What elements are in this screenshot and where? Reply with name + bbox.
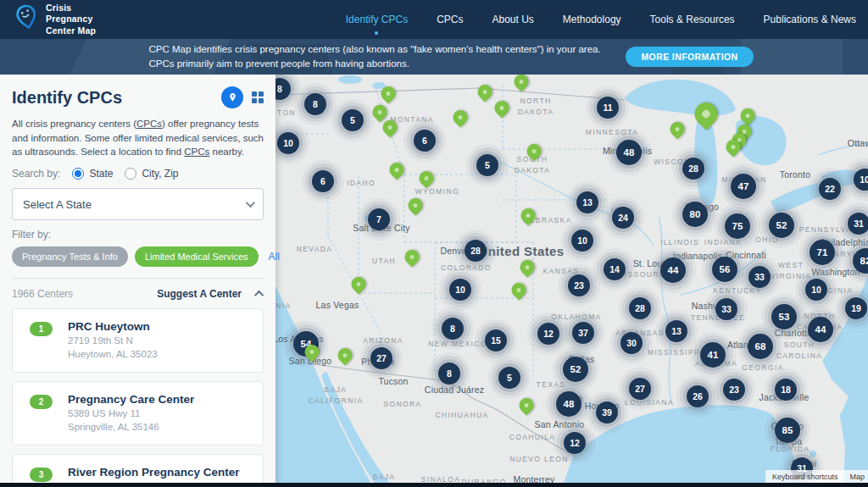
cluster-marker[interactable]: 24 <box>612 207 634 229</box>
radio-city-zip[interactable]: City, Zip <box>125 168 178 180</box>
cluster-marker[interactable]: 23 <box>568 274 590 296</box>
results-count: 1966 Centers <box>12 288 157 300</box>
cluster-marker[interactable]: 18 <box>775 379 797 401</box>
panel-title: Identify CPCs <box>12 88 122 108</box>
cluster-marker[interactable]: 7 <box>368 208 390 230</box>
map[interactable]: WASHINGTONMONTANAIDAHONORTH DAKOTASOUTH … <box>275 75 868 487</box>
nav-publications-news[interactable]: Publications & News <box>764 10 856 29</box>
cluster-marker[interactable]: 5 <box>498 367 520 389</box>
cluster-marker[interactable]: 52 <box>769 213 794 238</box>
cluster-marker[interactable]: 37 <box>572 322 594 344</box>
cluster-marker[interactable]: 28 <box>682 158 704 180</box>
main-nav: Identify CPCsCPCsAbout UsMethodologyTool… <box>346 10 856 29</box>
active-nav-dot <box>375 31 378 35</box>
filter-pregnancy-tests-pill[interactable]: Pregnancy Tests & Info <box>12 246 128 267</box>
cluster-marker[interactable]: 8 <box>442 318 464 340</box>
nav-cpcs[interactable]: CPCs <box>437 10 463 29</box>
nav-label: Publications & News <box>764 14 856 25</box>
logo[interactable]: Crisis Pregnancy Center Map <box>15 3 96 37</box>
filter-all-link[interactable]: All <box>269 251 280 263</box>
center-card[interactable]: 1PRC Hueytown2719 19th St NHueytown, AL … <box>12 308 264 373</box>
cluster-marker[interactable]: 26 <box>687 385 709 407</box>
center-number-badge: 2 <box>30 395 53 409</box>
radio-state[interactable]: State <box>72 168 113 180</box>
nav-identify-cpcs[interactable]: Identify CPCs <box>346 10 408 29</box>
cluster-marker[interactable]: 28 <box>629 297 651 319</box>
cluster-marker[interactable]: 14 <box>604 258 626 280</box>
sidebar-panel: Identify CPCs All crisis pregnancy cente… <box>0 75 275 487</box>
cpcs-link-2[interactable]: CPCs <box>184 147 209 157</box>
cluster-marker[interactable]: 27 <box>629 378 651 400</box>
nav-label: About Us <box>492 14 533 25</box>
map-view-button[interactable] <box>221 86 243 108</box>
cluster-marker[interactable]: 13 <box>665 320 687 342</box>
center-info: Pregnancy Care Center5389 US Hwy 11Sprin… <box>68 393 194 434</box>
nav-methodology[interactable]: Methodology <box>563 10 621 29</box>
cluster-marker[interactable]: 85 <box>775 418 800 443</box>
cluster-marker[interactable]: 41 <box>700 342 726 368</box>
centers-list: 1PRC Hueytown2719 19th St NHueytown, AL … <box>12 308 264 487</box>
cluster-marker[interactable]: 10 <box>805 279 827 301</box>
location-pin-icon <box>227 92 238 103</box>
cluster-marker[interactable]: 71 <box>810 240 835 265</box>
cluster-marker[interactable]: 53 <box>771 304 797 329</box>
cluster-marker[interactable]: 12 <box>564 432 586 454</box>
cluster-marker[interactable]: 19 <box>845 297 867 319</box>
state-select[interactable]: Select A State <box>12 188 264 220</box>
cluster-marker[interactable]: 56 <box>712 257 737 282</box>
cluster-marker[interactable]: 6 <box>312 170 334 192</box>
cluster-marker[interactable]: 31 <box>848 213 868 235</box>
cluster-marker[interactable]: 8 <box>304 93 326 115</box>
grid-view-button[interactable] <box>252 91 264 103</box>
center-number-badge: 3 <box>30 468 53 482</box>
filter-limited-medical-pill[interactable]: Limited Medical Services <box>135 246 259 267</box>
chevron-down-icon <box>246 198 255 208</box>
cluster-marker[interactable]: 10 <box>449 279 471 301</box>
cluster-marker[interactable]: 30 <box>620 332 643 354</box>
center-card[interactable]: 2Pregnancy Care Center5389 US Hwy 11Spri… <box>12 381 264 445</box>
cluster-marker[interactable]: 33 <box>715 298 737 320</box>
map-data-link[interactable]: Map <box>849 473 865 481</box>
cluster-marker[interactable]: 39 <box>596 401 618 423</box>
cluster-marker[interactable]: 5 <box>342 109 364 131</box>
logo-pin-face-icon <box>15 3 38 35</box>
cluster-marker[interactable]: 75 <box>725 213 750 239</box>
cluster-marker[interactable]: 48 <box>556 391 581 417</box>
center-address-line1: 5389 US Hwy 11 <box>68 407 194 421</box>
suggest-a-center-link[interactable]: Suggest A Center <box>157 288 242 300</box>
banner-text: CPC Map identifies crisis pregnancy cent… <box>148 42 610 70</box>
cluster-marker[interactable]: 52 <box>563 357 588 382</box>
collapse-chevron-icon[interactable] <box>254 291 264 300</box>
nav-tools-resources[interactable]: Tools & Resources <box>650 10 735 29</box>
cluster-marker[interactable]: 10 <box>277 132 299 154</box>
keyboard-shortcuts-link[interactable]: Keyboard shortcuts <box>772 473 838 481</box>
center-info: PRC Hueytown2719 19th St NHueytown, AL 3… <box>68 320 158 361</box>
cluster-marker[interactable]: 23 <box>723 379 745 401</box>
cluster-marker[interactable]: 80 <box>682 202 708 227</box>
nav-about-us[interactable]: About Us <box>492 10 533 29</box>
cluster-marker[interactable]: 33 <box>748 266 771 288</box>
cluster-marker[interactable]: 11 <box>597 97 619 119</box>
cpcs-link-1[interactable]: CPCs <box>136 119 162 129</box>
cluster-marker[interactable]: 8 <box>438 362 460 385</box>
cluster-marker[interactable]: 15 <box>485 329 507 351</box>
cluster-marker[interactable]: 68 <box>748 334 773 359</box>
cluster-marker[interactable]: 12 <box>537 323 559 345</box>
bottom-strip <box>0 483 868 487</box>
logo-title: Crisis Pregnancy Center Map <box>46 3 96 37</box>
cluster-marker[interactable]: 44 <box>660 257 686 283</box>
cluster-marker[interactable]: 28 <box>465 240 487 262</box>
center-address-line1: 2719 19th St N <box>68 335 158 348</box>
cluster-marker[interactable]: 13 <box>576 191 598 213</box>
cluster-marker[interactable]: 44 <box>808 317 833 342</box>
cluster-marker[interactable]: 47 <box>731 174 756 199</box>
cluster-marker[interactable]: 10 <box>571 230 593 252</box>
radio-state-control[interactable] <box>72 168 84 180</box>
cluster-marker[interactable]: 6 <box>414 130 436 152</box>
cluster-marker[interactable]: 48 <box>616 140 642 165</box>
cluster-marker[interactable]: 22 <box>819 178 841 200</box>
cluster-marker[interactable]: 5 <box>476 154 498 176</box>
radio-city-zip-control[interactable] <box>125 168 136 180</box>
more-information-button[interactable]: MORE INFORMATION <box>626 47 753 67</box>
cluster-marker[interactable]: 27 <box>370 347 392 369</box>
